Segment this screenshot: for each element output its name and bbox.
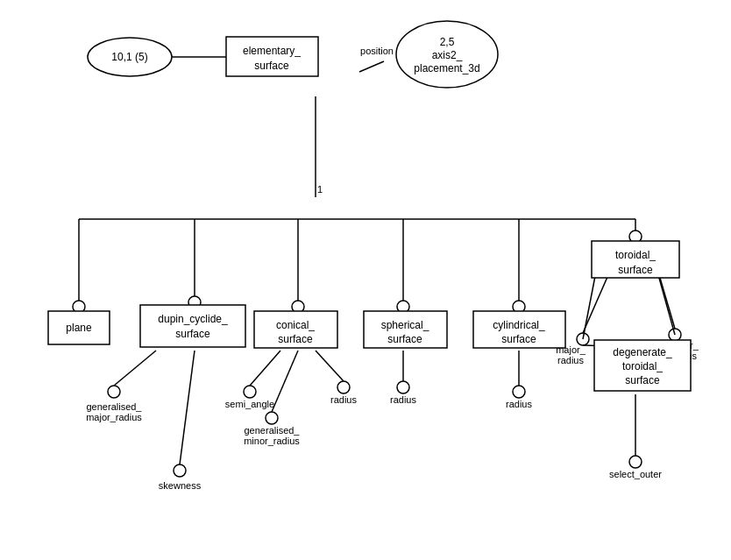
one-label: 1	[317, 184, 323, 195]
svg-point-30	[513, 386, 525, 398]
svg-text:placement_3d: placement_3d	[414, 62, 479, 74]
svg-text:surface: surface	[254, 60, 289, 72]
cylindrical-surface-text: cylindrical_	[493, 319, 545, 331]
radius-spherical-label: radius	[390, 394, 416, 405]
generalised-major-radius-label2: major_radius	[86, 412, 142, 422]
toroidal-surface-text: toroidal_	[615, 249, 656, 261]
svg-point-26	[337, 381, 350, 393]
dupin-cyclide-node	[140, 305, 245, 347]
spherical-surface-text: spherical_	[381, 319, 429, 331]
instance-count-text: 10,1 (5)	[111, 51, 147, 63]
position-label: position	[360, 46, 394, 56]
svg-point-36	[629, 456, 642, 468]
svg-point-20	[174, 464, 186, 477]
svg-point-18	[108, 386, 120, 398]
svg-text:surface: surface	[278, 333, 313, 345]
elementary-surface-text: elementary_	[243, 45, 301, 57]
svg-text:surface: surface	[387, 333, 422, 345]
svg-text:surface: surface	[501, 333, 536, 345]
select-outer-label: select_outer	[609, 469, 662, 479]
svg-text:surface: surface	[175, 328, 210, 340]
svg-text:axis2_: axis2_	[432, 49, 463, 61]
diagram-svg: position 1 generalised_ major_radius ske…	[0, 0, 731, 560]
gen-minor-radius-label: generalised_	[245, 425, 301, 436]
svg-point-28	[397, 381, 409, 393]
svg-text:surface: surface	[625, 374, 660, 386]
skewness-label: skewness	[159, 480, 202, 491]
degenerate-toroidal-text: degenerate_	[613, 346, 672, 358]
svg-text:surface: surface	[618, 264, 653, 276]
semi-angle-label: semi_angle	[225, 399, 274, 409]
gen-minor-radius-label2: minor_radius	[244, 436, 300, 446]
conical-surface-text: conical_	[276, 319, 315, 331]
axis2-placement-text: 2,5	[440, 36, 455, 48]
dupin-cyclide-text: dupin_cyclide_	[158, 313, 228, 325]
svg-point-22	[244, 386, 256, 398]
generalised-major-radius-label: generalised_	[87, 401, 143, 412]
svg-point-24	[266, 412, 278, 424]
major-radius-label2: radius	[557, 355, 584, 365]
plane-text: plane	[66, 322, 92, 334]
radius-cylindrical-label: radius	[506, 399, 532, 409]
svg-text:toroidal_: toroidal_	[622, 360, 663, 372]
radius-conical-label: radius	[330, 394, 357, 405]
